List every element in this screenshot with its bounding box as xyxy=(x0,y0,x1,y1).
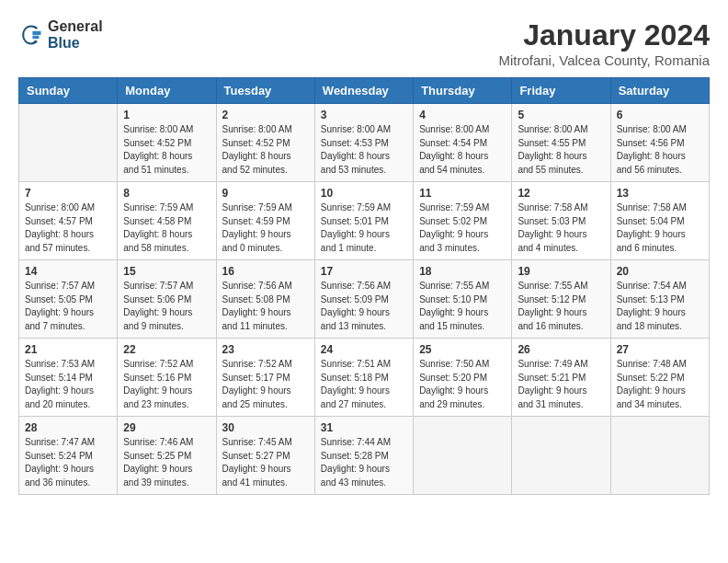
day-info: Sunrise: 8:00 AMSunset: 4:52 PMDaylight:… xyxy=(222,123,309,177)
calendar-day-cell: 16Sunrise: 7:56 AMSunset: 5:08 PMDayligh… xyxy=(216,260,314,339)
day-number: 9 xyxy=(222,187,309,200)
calendar-day-cell: 4Sunrise: 8:00 AMSunset: 4:54 PMDaylight… xyxy=(414,104,512,182)
calendar-day-cell: 13Sunrise: 7:58 AMSunset: 5:04 PMDayligh… xyxy=(610,182,709,260)
day-info: Sunrise: 7:55 AMSunset: 5:10 PMDaylight:… xyxy=(419,280,506,333)
day-of-week-header: Thursday xyxy=(414,78,512,104)
day-number: 28 xyxy=(25,421,111,434)
day-number: 2 xyxy=(222,109,309,121)
day-info: Sunrise: 8:00 AMSunset: 4:53 PMDaylight:… xyxy=(321,123,407,177)
calendar-day-cell: 11Sunrise: 7:59 AMSunset: 5:02 PMDayligh… xyxy=(414,182,512,260)
day-info: Sunrise: 7:55 AMSunset: 5:12 PMDaylight:… xyxy=(518,280,604,333)
day-number: 19 xyxy=(518,265,604,278)
calendar-day-cell: 1Sunrise: 8:00 AMSunset: 4:52 PMDaylight… xyxy=(118,104,216,182)
calendar-day-cell: 24Sunrise: 7:51 AMSunset: 5:18 PMDayligh… xyxy=(314,339,413,417)
day-number: 21 xyxy=(25,343,111,356)
day-info: Sunrise: 7:59 AMSunset: 4:58 PMDaylight:… xyxy=(123,201,210,255)
day-info: Sunrise: 8:00 AMSunset: 4:55 PMDaylight:… xyxy=(518,123,604,177)
calendar-day-cell: 21Sunrise: 7:53 AMSunset: 5:14 PMDayligh… xyxy=(19,339,118,417)
location-subtitle: Mitrofani, Valcea County, Romania xyxy=(498,52,710,68)
day-number: 6 xyxy=(617,109,703,121)
calendar-day-cell: 12Sunrise: 7:58 AMSunset: 5:03 PMDayligh… xyxy=(512,182,610,260)
day-info: Sunrise: 7:52 AMSunset: 5:16 PMDaylight:… xyxy=(123,358,210,411)
day-number: 30 xyxy=(222,421,309,434)
day-info: Sunrise: 7:57 AMSunset: 5:05 PMDaylight:… xyxy=(25,280,111,333)
day-number: 24 xyxy=(321,343,407,356)
day-number: 17 xyxy=(321,265,407,278)
day-info: Sunrise: 7:52 AMSunset: 5:17 PMDaylight:… xyxy=(222,358,309,411)
day-info: Sunrise: 8:00 AMSunset: 4:56 PMDaylight:… xyxy=(617,123,703,177)
day-of-week-header: Friday xyxy=(512,78,610,104)
day-number: 27 xyxy=(617,343,703,356)
title-section: January 2024 Mitrofani, Valcea County, R… xyxy=(498,18,710,68)
day-info: Sunrise: 7:58 AMSunset: 5:03 PMDaylight:… xyxy=(518,201,604,255)
day-info: Sunrise: 7:58 AMSunset: 5:04 PMDaylight:… xyxy=(617,201,703,255)
calendar-week-row: 28Sunrise: 7:47 AMSunset: 5:24 PMDayligh… xyxy=(19,417,710,495)
day-number: 7 xyxy=(25,187,111,200)
month-title: January 2024 xyxy=(498,18,710,52)
day-info: Sunrise: 7:53 AMSunset: 5:14 PMDaylight:… xyxy=(25,358,111,411)
calendar-day-cell: 30Sunrise: 7:45 AMSunset: 5:27 PMDayligh… xyxy=(216,417,314,495)
calendar-day-cell: 5Sunrise: 8:00 AMSunset: 4:55 PMDaylight… xyxy=(512,104,610,182)
day-number: 4 xyxy=(419,109,506,121)
day-number: 26 xyxy=(518,343,604,356)
day-of-week-header: Saturday xyxy=(610,78,709,104)
calendar-week-row: 7Sunrise: 8:00 AMSunset: 4:57 PMDaylight… xyxy=(19,182,710,260)
day-info: Sunrise: 7:56 AMSunset: 5:09 PMDaylight:… xyxy=(321,280,407,333)
day-number: 23 xyxy=(222,343,309,356)
logo-blue-text: Blue xyxy=(48,35,103,52)
day-number: 5 xyxy=(518,109,604,121)
day-number: 13 xyxy=(617,187,703,200)
day-number: 15 xyxy=(123,265,210,278)
day-number: 11 xyxy=(419,187,506,200)
calendar-day-cell: 19Sunrise: 7:55 AMSunset: 5:12 PMDayligh… xyxy=(512,260,610,339)
calendar-day-cell: 28Sunrise: 7:47 AMSunset: 5:24 PMDayligh… xyxy=(19,417,118,495)
calendar-day-cell: 22Sunrise: 7:52 AMSunset: 5:16 PMDayligh… xyxy=(118,339,216,417)
calendar-table: SundayMondayTuesdayWednesdayThursdayFrid… xyxy=(18,77,710,495)
day-number: 8 xyxy=(123,187,210,200)
day-info: Sunrise: 8:00 AMSunset: 4:54 PMDaylight:… xyxy=(419,123,506,177)
day-number: 31 xyxy=(321,421,407,434)
day-info: Sunrise: 7:48 AMSunset: 5:22 PMDaylight:… xyxy=(617,358,703,411)
day-info: Sunrise: 8:00 AMSunset: 4:57 PMDaylight:… xyxy=(25,201,111,255)
day-info: Sunrise: 7:54 AMSunset: 5:13 PMDaylight:… xyxy=(617,280,703,333)
calendar-week-row: 21Sunrise: 7:53 AMSunset: 5:14 PMDayligh… xyxy=(19,339,710,417)
day-info: Sunrise: 7:50 AMSunset: 5:20 PMDaylight:… xyxy=(419,358,506,411)
day-number: 1 xyxy=(123,109,210,121)
logo: General Blue xyxy=(18,18,103,51)
day-of-week-header: Monday xyxy=(118,78,216,104)
day-number: 10 xyxy=(321,187,407,200)
page-header: General Blue January 2024 Mitrofani, Val… xyxy=(18,18,710,68)
day-info: Sunrise: 7:57 AMSunset: 5:06 PMDaylight:… xyxy=(123,280,210,333)
day-info: Sunrise: 8:00 AMSunset: 4:52 PMDaylight:… xyxy=(123,123,210,177)
day-number: 22 xyxy=(123,343,210,356)
day-number: 20 xyxy=(617,265,703,278)
day-number: 14 xyxy=(25,265,111,278)
calendar-day-cell: 27Sunrise: 7:48 AMSunset: 5:22 PMDayligh… xyxy=(610,339,709,417)
calendar-day-cell: 18Sunrise: 7:55 AMSunset: 5:10 PMDayligh… xyxy=(414,260,512,339)
calendar-day-cell: 26Sunrise: 7:49 AMSunset: 5:21 PMDayligh… xyxy=(512,339,610,417)
day-info: Sunrise: 7:49 AMSunset: 5:21 PMDaylight:… xyxy=(518,358,604,411)
day-of-week-header: Tuesday xyxy=(216,78,314,104)
day-info: Sunrise: 7:44 AMSunset: 5:28 PMDaylight:… xyxy=(321,436,407,489)
calendar-header-row: SundayMondayTuesdayWednesdayThursdayFrid… xyxy=(19,78,710,104)
calendar-day-cell: 10Sunrise: 7:59 AMSunset: 5:01 PMDayligh… xyxy=(314,182,413,260)
calendar-day-cell: 20Sunrise: 7:54 AMSunset: 5:13 PMDayligh… xyxy=(610,260,709,339)
day-number: 25 xyxy=(419,343,506,356)
calendar-day-cell xyxy=(610,417,709,495)
day-number: 12 xyxy=(518,187,604,200)
day-of-week-header: Sunday xyxy=(19,78,118,104)
day-info: Sunrise: 7:59 AMSunset: 4:59 PMDaylight:… xyxy=(222,201,309,255)
logo-icon xyxy=(18,22,44,48)
calendar-day-cell: 17Sunrise: 7:56 AMSunset: 5:09 PMDayligh… xyxy=(314,260,413,339)
calendar-day-cell: 9Sunrise: 7:59 AMSunset: 4:59 PMDaylight… xyxy=(216,182,314,260)
calendar-day-cell xyxy=(512,417,610,495)
calendar-day-cell: 7Sunrise: 8:00 AMSunset: 4:57 PMDaylight… xyxy=(19,182,118,260)
calendar-day-cell: 15Sunrise: 7:57 AMSunset: 5:06 PMDayligh… xyxy=(118,260,216,339)
calendar-week-row: 14Sunrise: 7:57 AMSunset: 5:05 PMDayligh… xyxy=(19,260,710,339)
day-number: 3 xyxy=(321,109,407,121)
calendar-day-cell xyxy=(414,417,512,495)
day-number: 18 xyxy=(419,265,506,278)
day-info: Sunrise: 7:59 AMSunset: 5:01 PMDaylight:… xyxy=(321,201,407,255)
day-number: 16 xyxy=(222,265,309,278)
day-info: Sunrise: 7:45 AMSunset: 5:27 PMDaylight:… xyxy=(222,436,309,489)
